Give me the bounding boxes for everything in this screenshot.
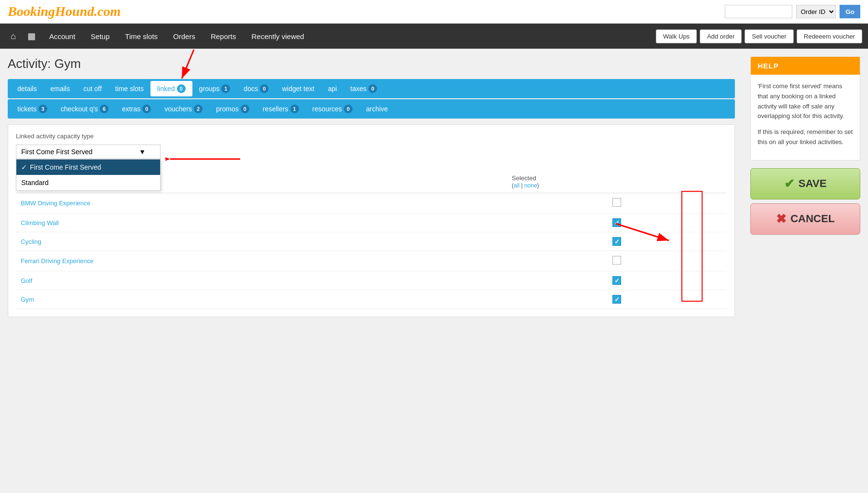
checkbox-cell-gym: ✓: [507, 290, 727, 309]
tab-tickets-badge: 3: [39, 105, 47, 113]
order-id-input[interactable]: [725, 5, 792, 18]
tab-timeslots[interactable]: time slots: [108, 81, 150, 96]
activity-link-golf[interactable]: Golf: [21, 277, 32, 284]
top-bar: BookingHound.com Order ID Go: [0, 0, 868, 24]
checkbox-bmw[interactable]: [612, 198, 621, 207]
tab-api[interactable]: api: [321, 81, 344, 96]
tab-promos[interactable]: promos 0: [209, 101, 256, 117]
nav-buttons: Walk Ups Add order Sell voucher Redeeem …: [656, 29, 862, 43]
go-button[interactable]: Go: [840, 5, 860, 18]
cancel-label: CANCEL: [790, 213, 835, 225]
activity-link-climbing[interactable]: Climbing Wall: [21, 219, 59, 227]
help-paragraph-1: 'First come first served' means that any…: [758, 81, 853, 121]
help-body: 'First come first served' means that any…: [751, 75, 860, 160]
tab-resources-badge: 0: [344, 105, 353, 113]
sidebar: HELP 'First come first served' means tha…: [743, 49, 868, 325]
option-label-standard: Standard: [21, 179, 49, 187]
activity-link-bmw[interactable]: BMW Driving Experience: [21, 200, 91, 207]
activity-link-gym[interactable]: Gym: [21, 296, 34, 303]
cancel-button[interactable]: ✖ CANCEL: [750, 203, 860, 235]
tab-checkout-qs[interactable]: checkout q's 6: [54, 101, 115, 117]
home-icon[interactable]: ⌂: [6, 27, 21, 45]
checkbox-cell-golf: ✓: [507, 271, 727, 290]
dropdown-container: First Come First Served ▼ ✓ First Come F…: [16, 145, 161, 159]
tab-tickets[interactable]: tickets 3: [11, 101, 54, 117]
tab-emails[interactable]: emails: [43, 81, 76, 96]
checkbox-gym[interactable]: ✓: [612, 295, 621, 304]
select-all-link[interactable]: all: [514, 182, 519, 189]
tab-widget-text[interactable]: widget text: [275, 81, 321, 96]
help-box: HELP 'First come first served' means tha…: [750, 56, 860, 160]
nav-left: ⌂ ▦ Account Setup Time slots Orders Repo…: [6, 26, 311, 47]
dropdown-chevron-icon: ▼: [139, 148, 146, 156]
tab-checkoutqs-badge: 6: [100, 105, 108, 113]
checkbox-cycling[interactable]: ✓: [612, 237, 621, 246]
tab-linked[interactable]: linked 0: [150, 81, 192, 96]
tab-docs-badge: 0: [260, 84, 269, 93]
nav-item-timeslots[interactable]: Time slots: [118, 26, 164, 47]
save-button[interactable]: ✔ SAVE: [750, 168, 860, 200]
calendar-icon[interactable]: ▦: [23, 27, 41, 45]
tab-extras-badge: 0: [142, 105, 151, 113]
linked-activities-table: Item Selected (all | none) BMW Driving E: [16, 171, 727, 309]
nav-item-account[interactable]: Account: [42, 26, 82, 47]
table-wrapper: Item Selected (all | none) BMW Driving E: [16, 171, 727, 309]
tab-promos-badge: 0: [241, 105, 249, 113]
main-content: Activity: Gym details emails cut off tim…: [0, 49, 743, 325]
tab-cutoff[interactable]: cut off: [77, 81, 108, 96]
dropdown-option-first-come[interactable]: ✓ First Come First Served: [16, 160, 160, 175]
page-title: Activity: Gym: [8, 56, 735, 71]
activity-link-ferrari[interactable]: Ferrari Driving Experience: [21, 257, 94, 265]
nav-item-setup[interactable]: Setup: [84, 26, 116, 47]
activity-link-cycling[interactable]: Cycling: [21, 238, 41, 245]
add-order-button[interactable]: Add order: [700, 29, 742, 43]
help-paragraph-2: If this is required, remember to set thi…: [758, 127, 853, 147]
page-layout: Activity: Gym details emails cut off tim…: [0, 49, 868, 325]
redeem-voucher-button[interactable]: Redeeem voucher: [797, 29, 862, 43]
checkbox-golf[interactable]: ✓: [612, 276, 621, 285]
tab-groups[interactable]: groups 1: [192, 81, 237, 96]
capacity-dropdown-menu: ✓ First Come First Served Standard: [16, 159, 161, 191]
tab-groups-badge: 1: [221, 84, 230, 93]
capacity-dropdown-trigger[interactable]: First Come First Served ▼: [16, 145, 161, 159]
logo: BookingHound.com: [8, 4, 121, 19]
order-id-select[interactable]: Order ID: [796, 5, 836, 18]
cancel-x-icon: ✖: [776, 212, 787, 227]
tab-row-1: details emails cut off time slots linked…: [8, 79, 735, 98]
tab-vouchers[interactable]: vouchers 2: [158, 101, 209, 117]
col-header-selected: Selected (all | none): [507, 171, 727, 193]
tab-resources[interactable]: resources 0: [306, 101, 359, 117]
sell-voucher-button[interactable]: Sell voucher: [745, 29, 794, 43]
select-links: (all | none): [512, 182, 539, 189]
checkbox-cell-cycling: ✓: [507, 232, 727, 251]
top-right-controls: Order ID Go: [725, 5, 860, 18]
table-row: Ferrari Driving Experience: [16, 251, 727, 271]
nav-item-orders[interactable]: Orders: [166, 26, 202, 47]
logo-text: BookingHound: [8, 4, 94, 19]
walk-ups-button[interactable]: Walk Ups: [656, 29, 697, 43]
nav-item-recently-viewed[interactable]: Recently viewed: [244, 26, 311, 47]
tab-extras[interactable]: extras 0: [115, 101, 158, 117]
tab-details[interactable]: details: [11, 81, 43, 96]
tab-taxes[interactable]: taxes 0: [344, 81, 384, 96]
tab-vouchers-badge: 2: [194, 105, 203, 113]
checkbox-cell-ferrari: [507, 251, 727, 271]
tab-taxes-badge: 0: [368, 84, 377, 93]
save-checkmark-icon: ✔: [784, 176, 795, 191]
logo-domain: .com: [94, 4, 121, 19]
nav-item-reports[interactable]: Reports: [204, 26, 243, 47]
table-row: Cycling ✓: [16, 232, 727, 251]
select-none-link[interactable]: none: [524, 182, 537, 189]
checkbox-cell-bmw: [507, 193, 727, 213]
tab-archive[interactable]: archive: [359, 102, 394, 116]
tab-docs[interactable]: docs 0: [237, 81, 275, 96]
capacity-type-label: Linked activity capacity type: [16, 133, 727, 140]
checkbox-cell-climbing: ✓: [507, 213, 727, 232]
checkbox-climbing[interactable]: ✓: [612, 218, 621, 227]
linked-section: Linked activity capacity type First Come…: [8, 124, 735, 317]
table-row: Gym ✓: [16, 290, 727, 309]
checkbox-ferrari[interactable]: [612, 256, 621, 265]
tab-resellers[interactable]: resellers 1: [256, 101, 306, 117]
dropdown-option-standard[interactable]: Standard: [16, 175, 160, 190]
table-row: BMW Driving Experience: [16, 193, 727, 213]
